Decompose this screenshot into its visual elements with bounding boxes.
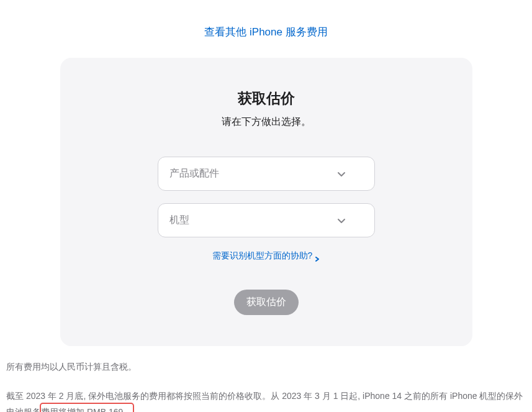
- submit-row: 获取估价: [85, 290, 448, 315]
- model-select-placeholder: 机型: [169, 214, 189, 227]
- highlight-wrap: 费用将增加 RMB 169。: [41, 404, 132, 412]
- product-select[interactable]: 产品或配件: [158, 157, 375, 191]
- chevron-right-icon: [315, 254, 320, 259]
- page-root: 查看其他 iPhone 服务费用 获取估价 请在下方做出选择。 产品或配件 机型…: [0, 0, 532, 412]
- note-price-increase: 截至 2023 年 2 月底, 保外电池服务的费用都将按照当前的价格收取。从 2…: [6, 388, 526, 412]
- chevron-down-icon: [337, 216, 346, 225]
- chevron-down-icon: [337, 170, 346, 178]
- other-services-link[interactable]: 查看其他 iPhone 服务费用: [204, 26, 327, 38]
- card-subtitle: 请在下方做出选择。: [85, 116, 448, 129]
- note-price-highlight-text: 费用将增加 RMB 169。: [41, 407, 132, 412]
- model-select-wrap: 机型: [158, 203, 375, 237]
- estimate-card: 获取估价 请在下方做出选择。 产品或配件 机型 需要识别机型方面的协助?: [60, 58, 472, 346]
- product-select-placeholder: 产品或配件: [169, 167, 219, 180]
- product-select-wrap: 产品或配件: [158, 157, 375, 191]
- help-link-label: 需要识别机型方面的协助?: [212, 250, 313, 262]
- model-select[interactable]: 机型: [158, 203, 375, 237]
- note-currency: 所有费用均以人民币计算且含税。: [6, 359, 526, 375]
- identify-model-help-link[interactable]: 需要识别机型方面的协助?: [212, 250, 320, 262]
- card-title: 获取估价: [85, 89, 448, 108]
- top-link-container: 查看其他 iPhone 服务费用: [0, 0, 532, 58]
- get-estimate-button[interactable]: 获取估价: [234, 290, 299, 315]
